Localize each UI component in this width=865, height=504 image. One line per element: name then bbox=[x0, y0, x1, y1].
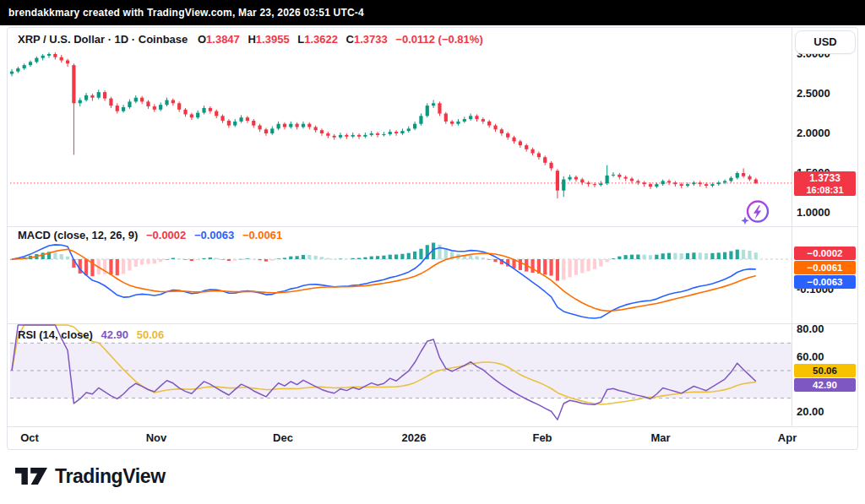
price-axis-tick[interactable]: 2.5000 bbox=[797, 87, 830, 100]
open-value: 1.3847 bbox=[206, 33, 240, 46]
rsi-ma-value: 50.06 bbox=[137, 328, 165, 341]
time-axis-label[interactable]: Mar bbox=[650, 431, 670, 444]
time-axis-label[interactable]: Dec bbox=[273, 431, 293, 444]
time-axis-label[interactable]: Feb bbox=[532, 431, 552, 444]
tradingview-footer[interactable]: TradingView bbox=[15, 463, 166, 489]
macd-hist-badge: −0.0002 bbox=[794, 247, 856, 260]
macd-hist-value: −0.0002 bbox=[146, 229, 186, 241]
last-price-badge: 1.3733 16:08:31 bbox=[794, 171, 856, 196]
candlestick-series bbox=[10, 52, 758, 198]
macd-signal-badge: −0.0061 bbox=[794, 261, 856, 274]
lightning-bolt-icon bbox=[739, 198, 771, 230]
attribution-bar: brendakkmary created with TradingView.co… bbox=[0, 0, 865, 25]
time-axis-label[interactable]: Nov bbox=[146, 431, 167, 444]
tradingview-wordmark: TradingView bbox=[55, 465, 166, 488]
rsi-ma-badge: 50.06 bbox=[794, 364, 856, 377]
symbol-legend[interactable]: XRP / U.S. Dollar · 1D · Coinbase O1.384… bbox=[18, 33, 483, 46]
price-axis-tick[interactable]: 1.0000 bbox=[797, 206, 830, 219]
macd-title: MACD (close, 12, 26, 9) bbox=[18, 229, 138, 241]
rsi-axis-tick[interactable]: 80.00 bbox=[797, 322, 824, 335]
close-label: C bbox=[346, 33, 354, 46]
last-price-value: 1.3733 bbox=[794, 172, 856, 184]
chart-card: 3.00002.50002.00001.50001.0000-0.100080.… bbox=[7, 27, 858, 450]
macd-line-badge: −0.0063 bbox=[794, 275, 856, 289]
sparkle-icon bbox=[741, 217, 749, 225]
currency-toggle-button[interactable]: USD bbox=[795, 30, 856, 54]
tradingview-logo-icon bbox=[15, 467, 47, 485]
macd-line-value: −0.0063 bbox=[194, 229, 234, 241]
macd-histogram bbox=[10, 242, 758, 280]
rsi-value: 42.90 bbox=[101, 328, 129, 341]
low-label: L bbox=[297, 33, 304, 46]
rsi-axis-tick[interactable]: 20.00 bbox=[797, 405, 824, 418]
change-value: −0.0112 (−0.81%) bbox=[395, 33, 482, 46]
boost-button[interactable] bbox=[739, 198, 771, 230]
close-value: 1.3733 bbox=[354, 33, 388, 46]
price-axis-tick[interactable]: 2.0000 bbox=[797, 127, 830, 139]
rsi-axis-tick[interactable]: 60.00 bbox=[797, 350, 824, 363]
time-axis-label[interactable]: Oct bbox=[20, 431, 39, 444]
time-axis-label[interactable]: Apr bbox=[778, 431, 797, 444]
high-label: H bbox=[248, 33, 255, 46]
rsi-legend[interactable]: RSI (14, close) 42.90 50.06 bbox=[18, 328, 164, 341]
open-label: O bbox=[198, 33, 206, 46]
bar-countdown: 16:08:31 bbox=[794, 184, 856, 196]
rsi-value-badge: 42.90 bbox=[794, 378, 856, 392]
macd-signal-value: −0.0061 bbox=[242, 229, 282, 241]
time-axis-label[interactable]: 2026 bbox=[402, 431, 427, 444]
macd-legend[interactable]: MACD (close, 12, 26, 9) −0.0002 −0.0063 … bbox=[18, 229, 282, 241]
high-value: 1.3955 bbox=[256, 33, 290, 46]
attribution-text: brendakkmary created with TradingView.co… bbox=[8, 7, 364, 19]
symbol-title: XRP / U.S. Dollar · 1D · Coinbase bbox=[18, 33, 188, 46]
low-value: 1.3622 bbox=[304, 33, 338, 46]
rsi-title: RSI (14, close) bbox=[18, 328, 93, 341]
